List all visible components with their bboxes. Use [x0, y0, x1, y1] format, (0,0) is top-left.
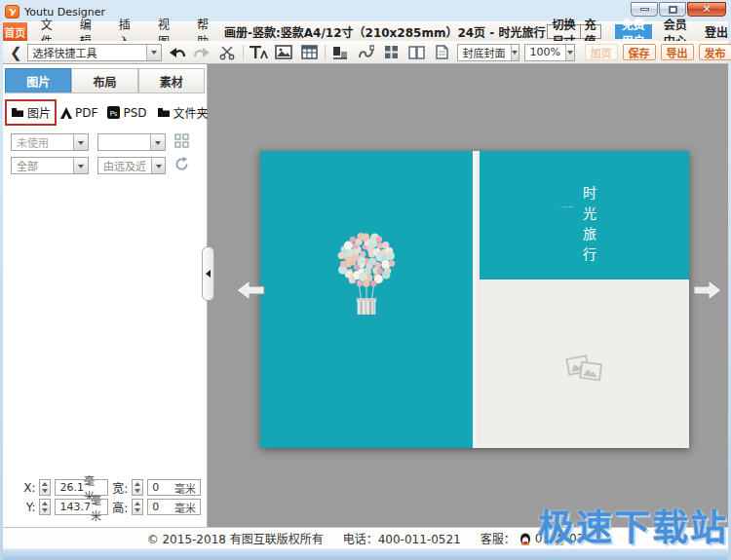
menu-edit[interactable]: 编辑 — [66, 22, 105, 41]
y-label: Y: — [22, 501, 35, 514]
filter-row-1: 未使用 — [3, 131, 207, 154]
back-cover-page[interactable] — [260, 151, 473, 448]
chevron-down-icon[interactable] — [565, 45, 574, 60]
height-label: 高: — [112, 499, 128, 515]
page-section-select[interactable]: 封底封面 — [457, 44, 519, 61]
image-tool-icon[interactable] — [274, 43, 294, 61]
cover-title[interactable]: 时光旅行 — [579, 186, 598, 268]
scope-filter-select[interactable]: 全部 — [11, 157, 89, 174]
folder-icon — [11, 107, 24, 118]
cut-icon[interactable] — [217, 43, 238, 61]
chevron-left-icon — [202, 270, 211, 278]
source-psd[interactable]: Ps PSD — [103, 103, 150, 123]
usage-filter-select[interactable]: 未使用 — [11, 133, 89, 151]
source-label: 文件夹 — [173, 104, 209, 121]
tab-layout[interactable]: 布局 — [71, 68, 137, 93]
order-filter-value: 由远及近 — [98, 158, 151, 173]
width-field[interactable]: 0 毫米 — [147, 479, 201, 496]
tab-images[interactable]: 图片 — [5, 68, 71, 93]
chevron-down-icon[interactable] — [151, 158, 165, 173]
menu-insert[interactable]: 插入 — [105, 22, 144, 41]
cover-white-block[interactable] — [480, 280, 689, 448]
canvas[interactable]: ·—— 时光旅行 — [208, 64, 728, 527]
back-button[interactable]: ❮ — [10, 44, 22, 61]
sidebar-collapse-handle[interactable] — [202, 246, 214, 301]
chevron-down-icon[interactable] — [73, 158, 88, 173]
switch-size-button[interactable]: 切换尺寸 — [547, 24, 580, 39]
y-stepper[interactable] — [39, 499, 51, 515]
menu-view[interactable]: 视图 — [144, 22, 183, 41]
document-title: 画册-竖款:竖款A4/12寸（210x285mm）24页 - 时光旅行 — [222, 22, 547, 41]
cover-subtitle-marks: ·—— — [559, 204, 574, 209]
source-type-row: 图片 PDF Ps PSD 文件夹 — [3, 93, 207, 131]
source-images[interactable]: 图片 — [7, 101, 55, 124]
pdf-icon — [60, 107, 72, 119]
width-value: 0 — [152, 481, 159, 494]
source-label: PSD — [123, 106, 146, 120]
save-button[interactable]: 保存 — [623, 44, 656, 60]
height-unit: 毫米 — [174, 500, 196, 515]
window-title: Youtu Designer — [24, 6, 105, 19]
publish-button[interactable]: 发布 — [699, 44, 731, 60]
free-user-badge[interactable]: 免费用户 — [615, 24, 652, 39]
source-pdf[interactable]: PDF — [57, 103, 101, 123]
chevron-down-icon[interactable] — [146, 45, 161, 60]
spread-view-icon[interactable] — [406, 43, 427, 61]
chevron-down-icon[interactable] — [150, 134, 165, 150]
y-field[interactable]: 143.7 毫米 — [55, 499, 108, 515]
app-window: Youtu Designer ✕ 首页 文件 编辑 插入 视图 帮助 画册-竖款… — [0, 0, 731, 560]
align-tool-icon[interactable] — [330, 43, 351, 61]
width-stepper[interactable] — [132, 479, 143, 496]
member-center-link[interactable]: 会员中心 — [652, 22, 699, 41]
tab-assets[interactable]: 素材 — [138, 68, 205, 93]
redo-button[interactable] — [192, 43, 212, 61]
category-filter-select[interactable] — [97, 133, 166, 151]
app-logo-icon — [5, 5, 19, 19]
measure-tool-icon[interactable] — [356, 43, 376, 61]
photo-placeholder-icon[interactable] — [564, 350, 605, 390]
y-value: 143.7 — [59, 501, 91, 513]
thumbnail-grid-icon[interactable] — [174, 133, 189, 151]
undo-button[interactable] — [167, 43, 187, 61]
quick-tool-select[interactable]: 选择快捷工具 — [27, 44, 162, 61]
cover-teal-block[interactable]: ·—— 时光旅行 — [480, 151, 689, 280]
table-tool-icon[interactable] — [299, 43, 320, 61]
grid-view-icon[interactable] — [381, 43, 402, 61]
toolbar: ❮ 选择快捷工具 — [3, 41, 728, 64]
menu-file[interactable]: 文件 — [27, 22, 66, 41]
single-page-view-icon[interactable] — [432, 43, 452, 61]
text-tool-icon[interactable] — [249, 43, 269, 61]
zoom-select[interactable]: 100% — [524, 44, 575, 61]
sidebar: 图片 布局 素材 图片 PDF Ps PSD — [3, 64, 208, 527]
qq-penguin-icon[interactable] — [519, 532, 531, 545]
zoom-value: 100% — [525, 46, 565, 58]
height-stepper[interactable] — [132, 499, 143, 515]
svg-text:Ps: Ps — [110, 110, 118, 118]
main-area: 图片 布局 素材 图片 PDF Ps PSD — [3, 64, 728, 527]
next-page-arrow[interactable] — [693, 276, 722, 305]
front-cover-page[interactable]: ·—— 时光旅行 — [480, 151, 689, 448]
export-button[interactable]: 导出 — [661, 44, 694, 60]
menu-home[interactable]: 首页 — [3, 22, 27, 41]
close-button[interactable]: ✕ — [687, 2, 726, 17]
source-label: 图片 — [27, 104, 51, 121]
height-value: 0 — [152, 501, 159, 513]
width-unit: 毫米 — [174, 480, 196, 496]
prev-page-arrow[interactable] — [236, 276, 265, 305]
book-spine — [473, 151, 480, 448]
logout-link[interactable]: 登出 — [699, 22, 728, 41]
menu-help[interactable]: 帮助 — [183, 22, 222, 41]
chevron-down-icon[interactable] — [511, 45, 519, 60]
recharge-button[interactable]: 充值 — [581, 24, 601, 39]
scope-filter-value: 全部 — [12, 158, 73, 173]
source-folder[interactable]: 文件夹 — [153, 101, 212, 124]
x-stepper[interactable] — [39, 479, 51, 496]
order-filter-select[interactable]: 由远及近 — [97, 157, 166, 174]
restore-icon — [669, 6, 677, 14]
service-label: 客服： — [481, 530, 516, 546]
balloon-image[interactable] — [326, 229, 407, 319]
page-section-value: 封底封面 — [458, 45, 511, 60]
refresh-icon[interactable] — [174, 157, 189, 174]
chevron-down-icon[interactable] — [73, 134, 88, 150]
height-field[interactable]: 0 毫米 — [147, 499, 201, 515]
